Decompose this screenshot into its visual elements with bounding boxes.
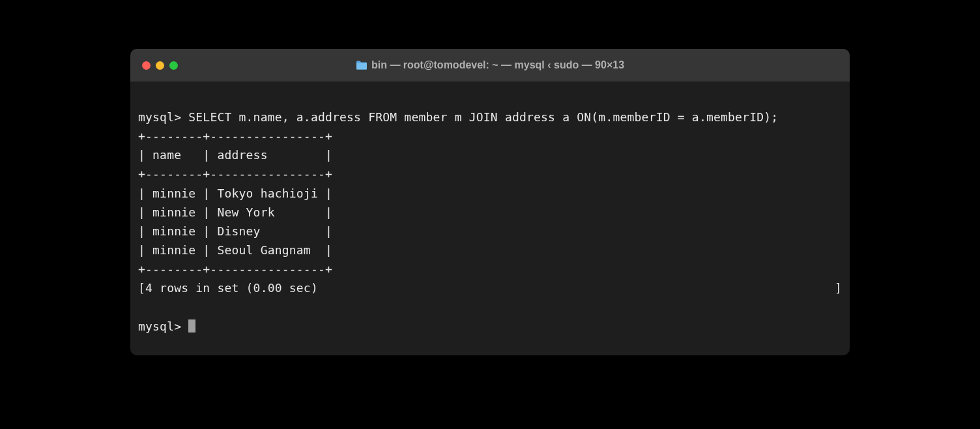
table-border: +--------+----------------+	[138, 126, 842, 145]
footer-open-bracket: [	[138, 278, 145, 297]
table-border: +--------+----------------+	[138, 164, 842, 183]
table-row: | minnie | Tokyo hachioji |	[138, 184, 842, 203]
query-line: mysql> SELECT m.name, a.address FROM mem…	[138, 108, 842, 126]
sql-query: SELECT m.name, a.address FROM member m J…	[188, 110, 778, 124]
table-row: | minnie | New York |	[138, 203, 842, 222]
maximize-button[interactable]	[169, 61, 178, 70]
table-row: | minnie | Disney |	[138, 222, 842, 241]
terminal-window: bin — root@tomodevel: ~ — mysql ‹ sudo —…	[130, 49, 850, 355]
table-header: | name | address |	[138, 145, 842, 164]
close-button[interactable]	[142, 61, 151, 70]
minimize-button[interactable]	[156, 61, 164, 70]
footer-close-bracket: ]	[835, 278, 842, 297]
folder-icon	[356, 61, 368, 70]
table-row: | minnie | Seoul Gangnam |	[138, 241, 842, 259]
footer-text: 4 rows in set (0.00 sec)	[145, 278, 318, 297]
prompt: mysql>	[138, 110, 188, 124]
prompt-line: mysql>	[138, 317, 842, 336]
window-titlebar[interactable]: bin — root@tomodevel: ~ — mysql ‹ sudo —…	[130, 49, 850, 81]
cursor	[188, 319, 195, 333]
window-title: bin — root@tomodevel: ~ — mysql ‹ sudo —…	[371, 59, 624, 71]
prompt: mysql>	[138, 319, 188, 333]
blank-line	[138, 298, 842, 317]
result-footer: [4 rows in set (0.00 sec)]	[138, 278, 842, 297]
terminal-body[interactable]: mysql> SELECT m.name, a.address FROM mem…	[130, 81, 850, 355]
window-title-container: bin — root@tomodevel: ~ — mysql ‹ sudo —…	[130, 59, 850, 71]
table-border: +--------+----------------+	[138, 259, 842, 278]
traffic-lights	[142, 61, 178, 70]
